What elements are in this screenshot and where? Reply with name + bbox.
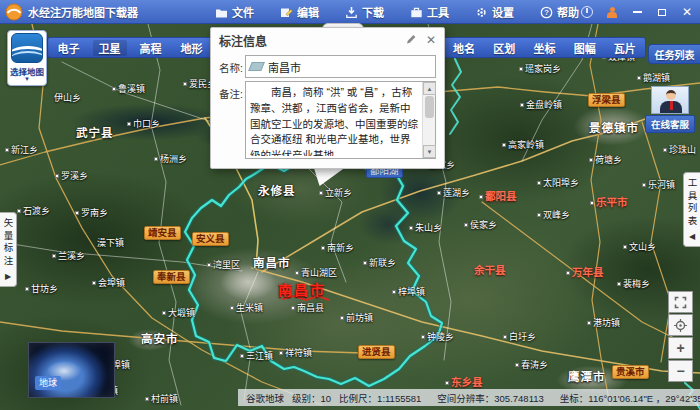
tools-icon — [410, 6, 423, 19]
map-downloader-window: 伊山乡鲁溪镇爱民乡巾口乡武宁县新江乡杨洲乡罗溪乡石渡乡罗南乡澡下镇兰溪乡会埠镇甘… — [0, 0, 700, 410]
vector-annotation-label: 矢量标注 — [1, 218, 16, 268]
annotation-dialog: 标注信息 ✕ 名称: 南昌市 备注: 南昌，简称 “洪” 或 “昌” ，古称豫章… — [210, 27, 445, 169]
earth-view-button[interactable]: 地球 — [28, 342, 115, 398]
target-icon — [674, 319, 687, 332]
note-value: 南昌，简称 “洪” 或 “昌” ，古称豫章、洪都 ，江西省省会，是新中国航空工业… — [250, 85, 420, 156]
earth-logo-icon — [11, 33, 43, 63]
title-bar: 水经注万能地图下载器 文件编辑下载工具设置?帮助 ✕ — [0, 0, 700, 24]
tab-卫星[interactable]: 卫星 — [93, 40, 127, 56]
task-list-button[interactable]: 任务列表 — [648, 44, 700, 64]
help-icon: ? — [540, 6, 553, 19]
name-input[interactable]: 南昌市 — [245, 55, 436, 78]
map-scale: 比例尺：1:1155581 — [339, 391, 421, 405]
tab-地形[interactable]: 地形 — [175, 40, 209, 56]
about-icon[interactable] — [580, 5, 594, 19]
select-map-button[interactable]: 选择地图 ▼ — [7, 30, 47, 86]
menu-帮助[interactable]: ?帮助 — [540, 4, 579, 20]
menu-文件[interactable]: 文件 — [215, 4, 254, 20]
menu-编辑[interactable]: 编辑 — [280, 4, 319, 20]
app-logo-icon — [5, 3, 23, 21]
locate-button[interactable] — [668, 314, 693, 336]
tab-高程[interactable]: 高程 — [134, 40, 168, 56]
map-zoom-controls: + − — [668, 291, 693, 382]
download-icon — [345, 6, 358, 19]
service-avatar — [651, 86, 689, 114]
fullscreen-button[interactable] — [668, 291, 693, 313]
dialog-close-icon[interactable]: ✕ — [426, 33, 436, 47]
user-icon[interactable] — [605, 5, 619, 19]
tab-图幅[interactable]: 图幅 — [568, 40, 602, 56]
note-scrollbar[interactable]: ▲ ▼ — [422, 82, 435, 158]
spatial-resolution: 空间分辨率：305.748113 — [437, 391, 544, 405]
tab-区划[interactable]: 区划 — [487, 40, 521, 56]
tool-list-panel[interactable]: 工具列表 ◀ — [683, 172, 700, 247]
scrollbar-thumb[interactable] — [425, 96, 434, 118]
chevron-right-icon: ▶ — [5, 272, 11, 281]
tab-地名[interactable]: 地名 — [447, 40, 481, 56]
settings-icon — [475, 6, 488, 19]
online-service[interactable]: 在线客服 — [645, 86, 695, 133]
menu-bar: 文件编辑下载工具设置?帮助 — [215, 0, 579, 24]
edit-icon — [280, 6, 293, 19]
name-value: 南昌市 — [268, 59, 301, 75]
status-bar: 谷歌地球 级别：10 比例尺：1:1155581 空间分辨率：305.74811… — [238, 389, 700, 406]
note-label: 备注: — [219, 81, 245, 101]
tab-瓦片[interactable]: 瓦片 — [608, 40, 642, 56]
earth-label: 地球 — [35, 376, 61, 390]
name-label: 名称: — [219, 55, 245, 75]
map-type-tabs: 电子卫星高程地形 — [47, 37, 213, 58]
note-textarea[interactable]: 南昌，简称 “洪” 或 “昌” ，古称豫章、洪都 ，江西省省会，是新中国航空工业… — [245, 81, 436, 159]
fullscreen-icon — [674, 296, 687, 309]
polygon-annotation-icon — [248, 62, 265, 71]
scroll-down-icon[interactable]: ▼ — [423, 145, 436, 158]
zoom-in-button[interactable]: + — [668, 337, 693, 359]
window-controls: ✕ — [580, 0, 700, 24]
edit-pencil-icon[interactable] — [405, 33, 417, 48]
menu-工具[interactable]: 工具 — [410, 4, 449, 20]
menu-下载[interactable]: 下载 — [345, 4, 384, 20]
tab-坐标[interactable]: 坐标 — [527, 40, 561, 56]
folder-icon — [215, 6, 228, 19]
app-title: 水经注万能地图下载器 — [28, 4, 138, 20]
tool-list-label: 工具列表 — [685, 178, 700, 228]
vector-annotation-panel[interactable]: 矢量标注 ▶ — [0, 212, 17, 287]
tab-电子[interactable]: 电子 — [52, 40, 86, 56]
online-service-label: 在线客服 — [645, 115, 695, 133]
zoom-out-button[interactable]: − — [668, 360, 693, 382]
close-button[interactable]: ✕ — [680, 5, 694, 19]
minimize-button[interactable] — [630, 5, 644, 19]
cursor-coordinates: 坐标：116°01'06.14"E ，29°42'35.20"N — [560, 391, 700, 405]
menu-设置[interactable]: 设置 — [475, 4, 514, 20]
svg-text:?: ? — [544, 8, 549, 17]
chevron-down-icon: ▼ — [24, 77, 30, 81]
map-source: 谷歌地球 — [246, 391, 284, 405]
zoom-level: 级别：10 — [292, 391, 331, 405]
layer-tabs: 地名区划坐标图幅瓦片 — [443, 37, 646, 58]
dialog-title: 标注信息 — [219, 32, 396, 49]
scroll-up-icon[interactable]: ▲ — [423, 82, 436, 95]
chevron-left-icon: ◀ — [689, 232, 695, 241]
maximize-button[interactable] — [655, 5, 669, 19]
